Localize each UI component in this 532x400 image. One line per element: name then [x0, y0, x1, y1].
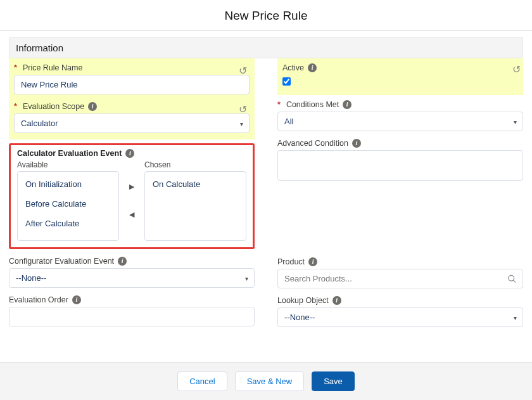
- chosen-list[interactable]: On Calculate: [144, 171, 246, 241]
- list-item[interactable]: Before Calculate: [18, 194, 118, 214]
- available-list[interactable]: On Initialization Before Calculate After…: [17, 171, 119, 241]
- conditions-met-label: Conditions Met i: [277, 100, 523, 109]
- form-grid: Price Rule Name ↺ Evaluation Scope i ↺: [9, 58, 523, 332]
- svg-line-1: [513, 280, 516, 282]
- undo-icon[interactable]: ↺: [512, 63, 521, 75]
- available-label: Available: [17, 160, 119, 169]
- product-search-input[interactable]: [277, 269, 523, 288]
- evaluation-scope-field: Evaluation Scope i ↺ Calculator ▾: [9, 101, 255, 139]
- info-icon[interactable]: i: [88, 102, 97, 111]
- config-eval-event-field: Configurator Evaluation Event i --None--…: [9, 254, 255, 293]
- config-eval-event-label: Configurator Evaluation Event i: [9, 257, 255, 266]
- chosen-label: Chosen: [144, 160, 246, 169]
- svg-point-0: [509, 275, 514, 281]
- calc-eval-event-highlight: Calculator Evaluation Event i Available …: [9, 143, 255, 249]
- evaluation-order-input[interactable]: [9, 307, 255, 326]
- lookup-object-field: Lookup Object i --None-- ▾: [277, 294, 523, 332]
- conditions-met-select[interactable]: All: [277, 112, 523, 131]
- chosen-column: Chosen On Calculate: [144, 160, 246, 241]
- search-icon: [507, 274, 517, 283]
- modal-title: New Price Rule: [0, 0, 532, 31]
- active-field: Active i ↺: [277, 58, 523, 95]
- move-left-button[interactable]: ◀: [129, 205, 134, 224]
- info-icon[interactable]: i: [118, 257, 127, 266]
- info-icon[interactable]: i: [343, 100, 352, 109]
- evaluation-order-field: Evaluation Order i: [9, 293, 255, 332]
- calc-eval-event-duallist: Available On Initialization Before Calcu…: [17, 160, 246, 241]
- list-item[interactable]: On Calculate: [145, 174, 246, 194]
- right-column: Active i ↺ Conditions Met i All: [277, 58, 523, 332]
- undo-icon[interactable]: ↺: [239, 65, 247, 77]
- left-column: Price Rule Name ↺ Evaluation Scope i ↺: [9, 58, 255, 332]
- price-rule-name-field: Price Rule Name ↺: [9, 58, 255, 101]
- info-icon[interactable]: i: [72, 295, 81, 304]
- product-label: Product i: [277, 257, 523, 266]
- info-icon[interactable]: i: [352, 139, 361, 148]
- advanced-condition-input[interactable]: [277, 150, 523, 181]
- list-item[interactable]: On Initialization: [18, 174, 118, 194]
- config-eval-event-select[interactable]: --None--: [9, 268, 255, 288]
- available-column: Available On Initialization Before Calcu…: [17, 160, 119, 241]
- info-icon[interactable]: i: [125, 149, 134, 158]
- active-checkbox[interactable]: [282, 77, 291, 86]
- form-body: Price Rule Name ↺ Evaluation Scope i ↺: [0, 58, 532, 362]
- info-icon[interactable]: i: [332, 296, 341, 305]
- move-buttons: ▶ ◀: [125, 160, 138, 241]
- cancel-button[interactable]: Cancel: [177, 371, 227, 391]
- calc-eval-event-label: Calculator Evaluation Event i: [17, 149, 246, 158]
- product-field: Product i: [277, 255, 523, 294]
- move-right-button[interactable]: ▶: [129, 177, 134, 196]
- new-price-rule-modal: New Price Rule Information Price Rule Na…: [0, 0, 532, 400]
- lookup-object-label: Lookup Object i: [277, 296, 523, 305]
- evaluation-order-label: Evaluation Order i: [9, 295, 255, 304]
- advanced-condition-field: Advanced Condition i: [277, 136, 523, 188]
- spacer: [277, 188, 523, 255]
- modal-footer: Cancel Save & New Save: [0, 362, 532, 400]
- price-rule-name-label: Price Rule Name: [14, 63, 250, 72]
- save-and-new-button[interactable]: Save & New: [235, 371, 305, 391]
- lookup-object-select[interactable]: --None--: [277, 307, 523, 327]
- info-icon[interactable]: i: [308, 257, 317, 266]
- info-icon[interactable]: i: [308, 63, 317, 72]
- save-button[interactable]: Save: [312, 371, 355, 391]
- evaluation-scope-select[interactable]: Calculator: [14, 113, 250, 133]
- list-item[interactable]: After Calculate: [18, 214, 118, 233]
- active-label: Active i: [282, 63, 518, 72]
- conditions-met-field: Conditions Met i All ▾: [277, 95, 523, 136]
- evaluation-scope-label: Evaluation Scope i: [14, 102, 250, 111]
- advanced-condition-label: Advanced Condition i: [277, 139, 523, 148]
- price-rule-name-input[interactable]: [14, 75, 250, 94]
- section-information: Information: [9, 37, 523, 58]
